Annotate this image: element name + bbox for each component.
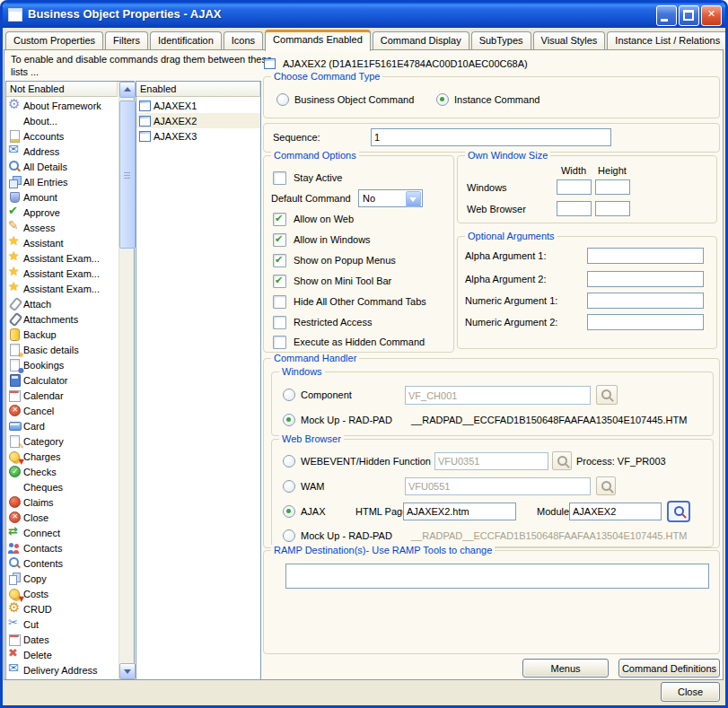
not-enabled-item-backup[interactable]: Backup — [6, 327, 118, 342]
windows-height-input[interactable] — [595, 179, 630, 195]
webevent-lookup-button[interactable] — [552, 451, 572, 470]
ajax-radio[interactable] — [283, 505, 295, 518]
menus-button[interactable]: Menus — [522, 659, 609, 677]
not-enabled-item-bookings[interactable]: Bookings — [6, 357, 118, 372]
not-enabled-item-cheques[interactable]: Cheques — [6, 479, 118, 494]
stay-active-checkbox[interactable] — [273, 171, 286, 185]
component-radio[interactable] — [283, 389, 295, 401]
not-enabled-item-costs[interactable]: Costs — [6, 586, 118, 601]
not-enabled-item-basic-details[interactable]: Basic details — [6, 342, 118, 357]
show-on-mini-tool-bar-checkbox[interactable] — [273, 275, 286, 288]
not-enabled-item-checks[interactable]: Checks — [6, 464, 118, 479]
ramp-destinations-input[interactable] — [285, 564, 709, 589]
scroll-thumb[interactable] — [119, 101, 136, 249]
command-definitions-button[interactable]: Command Definitions — [618, 659, 720, 677]
scroll-down-button[interactable] — [119, 663, 136, 679]
hide-all-other-command-tabs-checkbox[interactable] — [273, 295, 286, 309]
not-enabled-item-connect[interactable]: Connect — [6, 525, 118, 540]
not-enabled-item-accounts[interactable]: Accounts — [6, 128, 118, 144]
not-enabled-item-charges[interactable]: Charges — [6, 449, 118, 464]
not-enabled-item-about[interactable]: About... — [6, 113, 118, 128]
mockup-windows-radio[interactable] — [283, 414, 295, 426]
not-enabled-item-approve[interactable]: Approve — [6, 205, 118, 220]
allow-on-web-checkbox[interactable] — [273, 213, 286, 226]
alpha-argument-1-input[interactable] — [587, 248, 704, 264]
restricted-access-checkbox[interactable] — [273, 316, 286, 329]
not-enabled-item-calculator[interactable]: Calculator — [6, 372, 118, 388]
tab-icons[interactable]: Icons — [224, 31, 263, 50]
not-enabled-item-copy[interactable]: Copy — [6, 571, 118, 586]
not-enabled-item-contents[interactable]: Contents — [6, 555, 118, 571]
numeric-argument-1-input[interactable] — [587, 293, 704, 309]
not-enabled-item-amount[interactable]: Amount — [6, 189, 118, 205]
not-enabled-item-delete[interactable]: Delete — [6, 647, 118, 662]
not-enabled-item-cancel[interactable]: Cancel — [6, 403, 118, 418]
web-browser-width-input[interactable] — [557, 201, 592, 216]
scroll-up-button[interactable] — [119, 82, 136, 98]
dropdown-arrow-icon[interactable] — [406, 191, 421, 207]
tab-visual-styles[interactable]: Visual Styles — [533, 31, 606, 50]
not-enabled-item-crud[interactable]: CRUD — [6, 601, 118, 616]
mockup-web-radio[interactable] — [283, 529, 295, 542]
webevent-input[interactable] — [434, 452, 548, 470]
webevent-radio[interactable] — [283, 455, 295, 468]
tab-commands-enabled[interactable]: Commands Enabled — [265, 30, 371, 51]
minimize-button[interactable] — [656, 5, 677, 26]
enabled-item-ajaxex2[interactable]: AJAXEX2 — [136, 113, 260, 128]
not-enabled-item-attachments[interactable]: Attachments — [6, 311, 118, 327]
tab-custom-properties[interactable]: Custom Properties — [5, 31, 103, 50]
not-enabled-item-dates[interactable]: Dates — [6, 632, 118, 647]
not-enabled-item-all-entries[interactable]: All Entries — [6, 174, 118, 189]
module-input[interactable] — [569, 503, 662, 520]
allow-in-windows-checkbox[interactable] — [273, 233, 286, 247]
not-enabled-item-assistant-exam[interactable]: Assistant Exam... — [6, 266, 118, 281]
wam-radio[interactable] — [283, 480, 295, 493]
sequence-input[interactable] — [371, 128, 611, 146]
execute-as-hidden-command-checkbox[interactable] — [273, 336, 286, 349]
wam-lookup-button[interactable] — [596, 476, 616, 495]
not-enabled-item-address[interactable]: Address — [6, 144, 118, 159]
not-enabled-header[interactable]: Not Enabled — [6, 82, 118, 97]
wam-input[interactable] — [405, 477, 591, 495]
not-enabled-item-card[interactable]: Card — [6, 418, 118, 433]
maximize-button[interactable] — [679, 5, 699, 26]
tab-identification[interactable]: Identification — [150, 31, 222, 50]
tab-subtypes[interactable]: SubTypes — [471, 31, 531, 50]
enabled-header[interactable]: Enabled — [136, 82, 260, 97]
tab-instance-list-relations[interactable]: Instance List / Relations — [607, 31, 728, 50]
enabled-item-ajaxex3[interactable]: AJAXEX3 — [136, 128, 260, 144]
not-enabled-item-close[interactable]: Close — [6, 510, 118, 525]
not-enabled-item-cut[interactable]: Cut — [6, 616, 118, 632]
not-enabled-item-all-details[interactable]: All Details — [6, 159, 118, 174]
not-enabled-item-contacts[interactable]: Contacts — [6, 540, 118, 555]
not-enabled-item-claims[interactable]: Claims — [6, 494, 118, 510]
not-enabled-item-attach[interactable]: Attach — [6, 296, 118, 311]
not-enabled-item-calendar[interactable]: Calendar — [6, 388, 118, 403]
alpha-argument-2-input[interactable] — [587, 271, 704, 287]
not-enabled-scrollbar[interactable] — [118, 82, 134, 679]
business-object-command-radio[interactable] — [276, 93, 289, 106]
not-enabled-item-about-framework[interactable]: About Framework — [6, 98, 118, 113]
not-enabled-item-category[interactable]: Category — [6, 433, 118, 449]
title-bar[interactable]: Business Object Properties - AJAX ✕ — [3, 3, 725, 28]
windows-width-input[interactable] — [557, 179, 592, 195]
ajax-lookup-button[interactable] — [667, 501, 690, 522]
instance-command-radio[interactable] — [436, 93, 449, 106]
not-enabled-item-assess[interactable]: Assess — [6, 220, 118, 235]
component-input[interactable] — [405, 386, 591, 405]
html-page-input[interactable] — [403, 503, 516, 520]
default-command-select[interactable]: No — [358, 189, 423, 207]
not-enabled-item-assistant[interactable]: Assistant — [6, 235, 118, 250]
not-enabled-item-delivery-address[interactable]: Delivery Address — [6, 662, 118, 677]
close-button[interactable]: Close — [661, 682, 720, 702]
component-lookup-button[interactable] — [596, 385, 618, 405]
tab-filters[interactable]: Filters — [105, 31, 148, 50]
show-on-popup-menus-checkbox[interactable] — [273, 254, 286, 267]
close-window-button[interactable]: ✕ — [701, 5, 722, 26]
not-enabled-item-assistant-exam[interactable]: Assistant Exam... — [6, 281, 118, 296]
web-browser-height-input[interactable] — [595, 201, 630, 216]
numeric-argument-2-input[interactable] — [587, 314, 704, 330]
enabled-item-ajaxex1[interactable]: AJAXEX1 — [136, 98, 260, 113]
not-enabled-item-assistant-exam[interactable]: Assistant Exam... — [6, 250, 118, 266]
tab-command-display[interactable]: Command Display — [373, 31, 469, 50]
